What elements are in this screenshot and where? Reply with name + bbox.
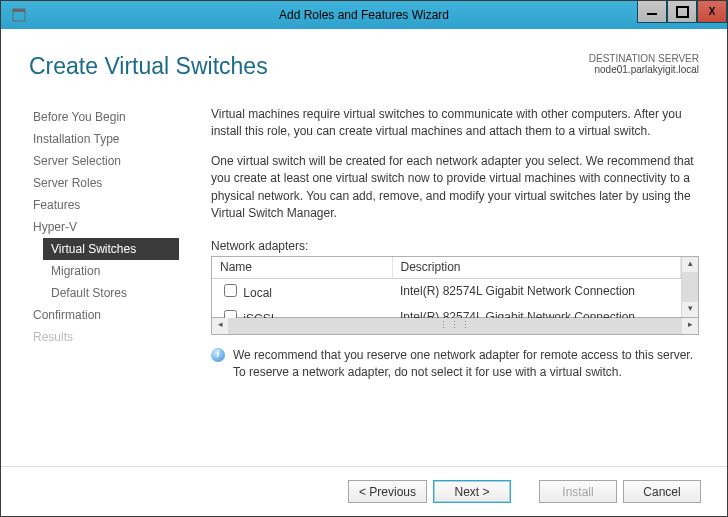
step-installation-type[interactable]: Installation Type <box>29 128 179 150</box>
scroll-right-icon[interactable]: ▸ <box>681 318 698 334</box>
wizard-window: Add Roles and Features Wizard X Create V… <box>0 0 728 517</box>
cancel-button[interactable]: Cancel <box>623 480 701 503</box>
destination-label: DESTINATION SERVER <box>589 53 699 64</box>
info-text: We recommend that you reserve one networ… <box>233 347 699 382</box>
col-name[interactable]: Name <box>212 257 392 279</box>
scroll-thumb[interactable] <box>682 273 698 301</box>
minimize-button[interactable] <box>637 1 667 23</box>
scroll-left-icon[interactable]: ◂ <box>212 318 229 334</box>
step-confirmation[interactable]: Confirmation <box>29 304 179 326</box>
step-virtual-switches[interactable]: Virtual Switches <box>43 238 179 260</box>
destination-server: DESTINATION SERVER node01.parlakyigit.lo… <box>589 53 699 75</box>
adapters-list: Name Description Local Intel(R) 82574L G… <box>211 256 699 318</box>
horizontal-scrollbar[interactable]: ◂ ⋮⋮⋮ ▸ <box>211 318 699 335</box>
titlebar[interactable]: Add Roles and Features Wizard X <box>1 1 727 29</box>
adapter-name: Local <box>243 286 272 300</box>
col-desc[interactable]: Description <box>392 257 681 279</box>
intro-text-2: One virtual switch will be created for e… <box>211 153 699 223</box>
table-row[interactable]: Local Intel(R) 82574L Gigabit Network Co… <box>212 279 681 305</box>
destination-value: node01.parlakyigit.local <box>589 64 699 75</box>
next-button[interactable]: Next > <box>433 480 511 503</box>
scroll-down-icon[interactable]: ▾ <box>682 301 698 317</box>
step-hyper-v[interactable]: Hyper-V <box>29 216 179 238</box>
app-icon <box>7 3 31 27</box>
window-controls: X <box>637 1 727 29</box>
vertical-scrollbar[interactable]: ▴ ▾ <box>681 257 698 317</box>
adapter-desc: Intel(R) 82574L Gigabit Network Connecti… <box>392 279 681 305</box>
main-pane: Virtual machines require virtual switche… <box>211 106 699 466</box>
content-area: Create Virtual Switches DESTINATION SERV… <box>1 29 727 466</box>
step-features[interactable]: Features <box>29 194 179 216</box>
maximize-button[interactable] <box>667 1 697 23</box>
close-button[interactable]: X <box>697 1 727 23</box>
step-server-roles[interactable]: Server Roles <box>29 172 179 194</box>
previous-button[interactable]: < Previous <box>348 480 427 503</box>
body-row: Before You Begin Installation Type Serve… <box>29 106 699 466</box>
step-server-selection[interactable]: Server Selection <box>29 150 179 172</box>
info-message: i We recommend that you reserve one netw… <box>211 347 699 382</box>
scroll-thumb-h[interactable]: ⋮⋮⋮ <box>229 318 681 334</box>
install-button: Install <box>539 480 617 503</box>
step-before-you-begin[interactable]: Before You Begin <box>29 106 179 128</box>
step-migration[interactable]: Migration <box>29 260 179 282</box>
page-title: Create Virtual Switches <box>29 53 268 80</box>
info-icon: i <box>211 348 225 362</box>
steps-sidebar: Before You Begin Installation Type Serve… <box>29 106 179 466</box>
step-default-stores[interactable]: Default Stores <box>29 282 179 304</box>
scroll-up-icon[interactable]: ▴ <box>682 257 698 273</box>
intro-text-1: Virtual machines require virtual switche… <box>211 106 699 141</box>
network-adapters-label: Network adapters: <box>211 238 699 255</box>
footer-buttons: < Previous Next > Install Cancel <box>1 466 727 516</box>
svg-rect-1 <box>13 9 25 12</box>
adapter-checkbox-local[interactable] <box>224 284 237 297</box>
window-title: Add Roles and Features Wizard <box>1 8 727 22</box>
step-results: Results <box>29 326 179 348</box>
header-row: Create Virtual Switches DESTINATION SERV… <box>29 53 699 80</box>
